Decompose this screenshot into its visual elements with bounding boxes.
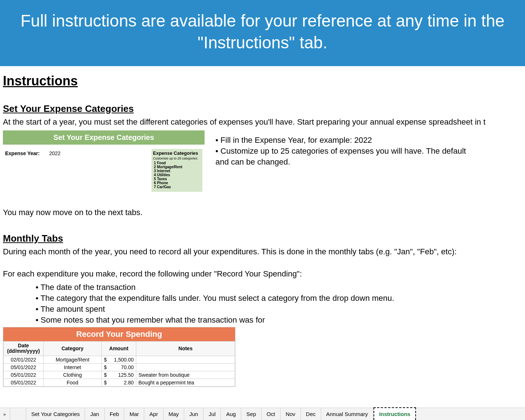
cell-category: Food xyxy=(44,379,102,386)
category-row: 5Taxes xyxy=(153,177,201,181)
sheet-tab[interactable]: Set Your Categories xyxy=(26,408,85,420)
expense-year-value: 2022 xyxy=(49,149,60,192)
section-categories-outro: You may now move on to the next tabs. xyxy=(3,207,522,218)
table-row: 05/01/2022Internet$70.00 xyxy=(4,363,235,371)
bullet-text: • Customize up to 25 categories of expen… xyxy=(215,146,466,156)
banner: Full instructions are available for your… xyxy=(0,0,525,66)
section-monthly-heading: Monthly Tabs xyxy=(3,233,522,244)
page-title: Instructions xyxy=(3,73,522,89)
cell-notes: Sweater from boutique xyxy=(136,371,235,379)
col-notes: Notes xyxy=(136,341,235,356)
tab-spacer xyxy=(10,408,26,420)
expense-year-label: Expense Year: xyxy=(5,149,40,192)
sheet-tab[interactable]: Sep xyxy=(241,408,262,420)
bullet-text: and can be changed. xyxy=(215,157,466,167)
cell-amount: $2.80 xyxy=(102,379,136,386)
cell-category: Mortgage/Rent xyxy=(44,356,102,363)
bullet-text: • Fill in the Expense Year, for example:… xyxy=(215,136,466,145)
cell-notes xyxy=(136,363,235,371)
cell-amount: $1,500.00 xyxy=(102,356,136,363)
cell-notes: Bought a peppermint tea xyxy=(136,379,235,386)
sheet-tab[interactable]: Jan xyxy=(85,408,104,420)
sheet-tab[interactable]: Nov xyxy=(280,408,301,420)
categories-example-box: Set Your Expense Categories Expense Year… xyxy=(3,130,205,196)
cell-category: Internet xyxy=(44,363,102,371)
col-category: Category xyxy=(44,341,102,356)
category-row: 4Utilities xyxy=(153,173,201,177)
spending-box-header: Record Your Spending xyxy=(3,327,235,341)
cell-date: 02/01/2022 xyxy=(4,356,44,363)
category-row: 1Food xyxy=(153,161,201,165)
sheet-tab[interactable]: Feb xyxy=(105,408,125,420)
section-categories-intro: At the start of a year, you must set the… xyxy=(3,117,522,128)
sheet-tab[interactable]: Dec xyxy=(301,408,321,420)
category-list-box: Expense Categories Customize up to 25 ca… xyxy=(152,149,202,192)
section-categories-heading: Set Your Expense Categories xyxy=(3,103,522,114)
sheet-tab[interactable]: Oct xyxy=(262,408,280,420)
category-list-subtitle: Customize up to 25 categories: xyxy=(153,157,201,161)
cell-category: Clothing xyxy=(44,371,102,379)
table-row: 02/01/2022Mortgage/Rent$1,500.00 xyxy=(4,356,235,363)
sheet-tab[interactable]: Apr xyxy=(144,408,163,420)
category-row: 3Internet xyxy=(153,169,201,173)
cell-date: 05/01/2022 xyxy=(4,363,44,371)
cell-amount: $70.00 xyxy=(102,363,136,371)
bullet-item: Some notes so that you remember what the… xyxy=(36,315,522,325)
spending-example-box: Record Your Spending Date (dd/mm/yyyy) C… xyxy=(3,327,235,387)
sheet-tab[interactable]: Mar xyxy=(124,408,144,420)
category-row: 6Phone xyxy=(153,181,201,185)
section-monthly-intro: During each month of the year, you need … xyxy=(3,246,522,258)
sheet-tab[interactable]: Annual Summary xyxy=(321,408,373,420)
table-row: 05/01/2022Clothing$125.50Sweater from bo… xyxy=(4,371,235,379)
bullet-item: The category that the expenditure falls … xyxy=(36,294,522,303)
cell-amount: $125.50 xyxy=(102,371,136,379)
sheet-tab[interactable]: Instructions xyxy=(373,407,416,420)
col-date: Date (dd/mm/yyyy) xyxy=(4,341,44,356)
bullet-item: The amount spent xyxy=(36,304,522,314)
cell-date: 05/01/2022 xyxy=(4,371,44,379)
sheet-tab-bar: ▸ Set Your CategoriesJanFebMarAprMayJunJ… xyxy=(0,408,525,420)
category-row: 2Mortgage/Rent xyxy=(153,165,201,169)
cell-date: 05/01/2022 xyxy=(4,379,44,386)
tab-scroll-right-icon[interactable]: ▸ xyxy=(0,408,10,420)
monthly-bullets: The date of the transaction The category… xyxy=(36,283,522,325)
sheet-tab[interactable]: Jun xyxy=(184,408,203,420)
content-area: Instructions Set Your Expense Categories… xyxy=(0,66,525,387)
sheet-tab[interactable]: Aug xyxy=(221,408,241,420)
categories-box-header: Set Your Expense Categories xyxy=(3,130,205,145)
table-row: 05/01/2022Food$2.80Bought a peppermint t… xyxy=(4,379,235,386)
spending-table: Date (dd/mm/yyyy) Category Amount Notes … xyxy=(3,341,235,387)
categories-instructions: • Fill in the Expense Year, for example:… xyxy=(215,136,466,196)
sheet-tab[interactable]: May xyxy=(163,408,184,420)
col-amount: Amount xyxy=(102,341,136,356)
section-monthly-lead: For each expenditure you make, record th… xyxy=(3,268,522,280)
category-row: 7Car/Gas xyxy=(153,185,201,189)
cell-notes xyxy=(136,356,235,363)
category-list-title: Expense Categories xyxy=(153,150,201,157)
bullet-item: The date of the transaction xyxy=(36,283,522,292)
sheet-tab[interactable]: Jul xyxy=(203,408,221,420)
